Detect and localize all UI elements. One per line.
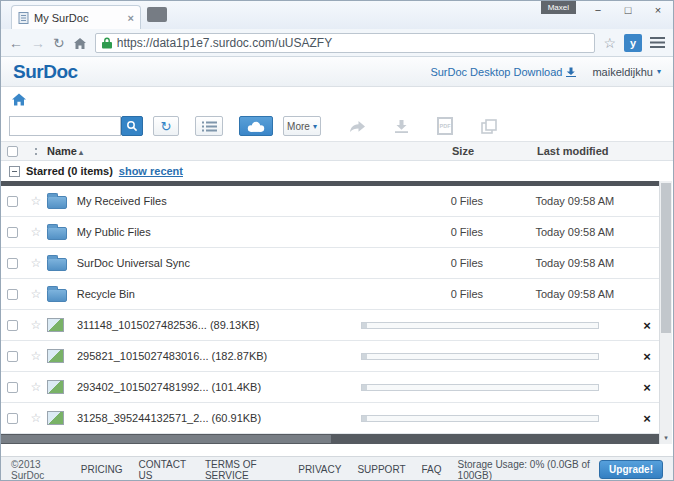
vertical-scrollbar[interactable]: ▾ (659, 181, 672, 444)
reload-button[interactable]: ↻ (53, 36, 65, 50)
list-view-button[interactable] (195, 116, 223, 136)
back-button[interactable]: ← (9, 36, 23, 50)
folder-icon (47, 227, 67, 240)
table-row[interactable]: ☆ My Received Files 0 Files Today 09:58 … (1, 186, 659, 217)
browser-tab[interactable]: My SurDoc × (11, 5, 141, 29)
file-modified: Today 09:58 AM (535, 226, 635, 238)
file-modified: Today 09:58 AM (535, 195, 635, 207)
row-checkbox[interactable] (7, 196, 18, 207)
row-checkbox[interactable] (7, 382, 18, 393)
copy-button[interactable] (481, 119, 497, 134)
list-view-icon (202, 121, 217, 132)
footer-link-terms[interactable]: TERMS OF SERVICE (205, 459, 282, 481)
name-column-header[interactable]: Name▴ (47, 145, 452, 157)
tab-close-icon[interactable]: × (128, 12, 134, 24)
image-file-icon (47, 380, 64, 394)
file-size: 0 Files (451, 257, 536, 269)
image-file-icon (47, 411, 64, 425)
star-icon[interactable]: ☆ (25, 318, 47, 332)
upload-row[interactable]: ☆ 293402_1015027481992... (101.4KB) × (1, 372, 659, 403)
collapse-icon[interactable] (9, 166, 20, 177)
user-menu[interactable]: maikeldijkhu ▾ (592, 66, 661, 78)
size-column-header[interactable]: Size (452, 145, 537, 157)
star-icon[interactable]: ☆ (25, 349, 47, 363)
horizontal-scrollbar-bottom[interactable] (1, 434, 659, 444)
close-button[interactable]: × (651, 4, 665, 16)
row-checkbox[interactable] (7, 413, 18, 424)
yandex-extension-button[interactable]: y (624, 34, 642, 52)
upload-progress-bar (361, 384, 599, 391)
bookmark-star-icon[interactable]: ☆ (603, 36, 616, 50)
row-checkbox[interactable] (7, 227, 18, 238)
star-column-icon (35, 148, 37, 155)
upload-button[interactable] (239, 116, 273, 136)
upload-row[interactable]: ☆ 31258_395244132571_2... (60.91KB) × (1, 403, 659, 434)
file-size: 0 Files (451, 288, 536, 300)
cancel-upload-button[interactable]: × (643, 318, 651, 333)
row-checkbox[interactable] (7, 351, 18, 362)
cancel-upload-button[interactable]: × (643, 380, 651, 395)
file-name[interactable]: Recycle Bin (77, 288, 451, 300)
file-name[interactable]: SurDoc Universal Sync (77, 257, 451, 269)
forward-button[interactable]: → (31, 36, 45, 50)
refresh-button[interactable]: ↻ (153, 116, 179, 136)
row-checkbox[interactable] (7, 289, 18, 300)
footer-link-faq[interactable]: FAQ (422, 464, 442, 475)
tab-title: My SurDoc (34, 12, 123, 24)
menu-icon[interactable] (650, 37, 665, 48)
username-label: maikeldijkhu (592, 66, 653, 78)
row-checkbox[interactable] (7, 258, 18, 269)
url-field[interactable]: https://data1p1e7.surdoc.com/uUSAZFY (95, 33, 596, 53)
surdoc-logo: SurDoc (13, 61, 78, 83)
show-recent-link[interactable]: show recent (119, 165, 183, 177)
cancel-upload-button[interactable]: × (643, 411, 651, 426)
star-icon[interactable]: ☆ (25, 225, 47, 239)
star-icon[interactable]: ☆ (25, 411, 47, 425)
chevron-down-icon: ▾ (657, 67, 661, 76)
row-checkbox[interactable] (7, 320, 18, 331)
maximize-button[interactable]: □ (621, 4, 635, 16)
sort-asc-icon: ▴ (79, 148, 83, 157)
table-row[interactable]: ☆ Recycle Bin 0 Files Today 09:58 AM (1, 279, 659, 310)
new-tab-button[interactable] (147, 7, 167, 22)
search-input[interactable] (9, 116, 121, 136)
home-root-icon[interactable] (11, 93, 27, 106)
file-name[interactable]: My Public Files (77, 226, 451, 238)
address-bar: ← → ↻ https://data1p1e7.surdoc.com/uUSAZ… (1, 29, 673, 57)
site-header: SurDoc SurDoc Desktop Download maikeldij… (1, 57, 673, 87)
upload-row[interactable]: ☆ 295821_1015027483016... (182.87KB) × (1, 341, 659, 372)
footer-link-pricing[interactable]: PRICING (81, 464, 123, 475)
table-row[interactable]: ☆ SurDoc Universal Sync 0 Files Today 09… (1, 248, 659, 279)
file-name[interactable]: My Received Files (77, 195, 451, 207)
more-button[interactable]: More ▾ (283, 116, 321, 136)
download-button[interactable] (394, 119, 409, 134)
vertical-scrollbar-thumb[interactable] (661, 183, 671, 333)
star-icon[interactable]: ☆ (25, 194, 47, 208)
horizontal-scrollbar-thumb[interactable] (1, 435, 331, 443)
upgrade-button[interactable]: Upgrade! (599, 460, 663, 479)
table-row[interactable]: ☆ My Public Files 0 Files Today 09:58 AM (1, 217, 659, 248)
star-icon[interactable]: ☆ (25, 380, 47, 394)
footer-link-contact[interactable]: CONTACT US (138, 459, 188, 481)
disabled-actions: PDF (349, 117, 497, 135)
modified-column-header[interactable]: Last modified (537, 145, 637, 157)
minimize-button[interactable]: − (591, 4, 605, 16)
convert-pdf-button[interactable]: PDF (437, 117, 453, 135)
download-small-icon (566, 67, 576, 77)
upload-row[interactable]: ☆ 311148_1015027482536... (89.13KB) × (1, 310, 659, 341)
folder-icon (47, 258, 67, 271)
select-all-checkbox[interactable] (7, 146, 18, 157)
star-icon[interactable]: ☆ (25, 256, 47, 270)
footer-link-privacy[interactable]: PRIVACY (298, 464, 341, 475)
titlebar: My SurDoc × Maxel − □ × (1, 1, 673, 29)
file-size: 0 Files (451, 195, 536, 207)
file-size: 0 Files (451, 226, 536, 238)
home-button[interactable] (73, 37, 87, 49)
desktop-download-link[interactable]: SurDoc Desktop Download (430, 66, 576, 78)
cancel-upload-button[interactable]: × (643, 349, 651, 364)
search-button[interactable] (121, 116, 143, 136)
scroll-down-arrow-icon[interactable]: ▾ (660, 434, 672, 442)
star-icon[interactable]: ☆ (25, 287, 47, 301)
footer-link-support[interactable]: SUPPORT (357, 464, 405, 475)
share-button[interactable] (349, 120, 366, 133)
